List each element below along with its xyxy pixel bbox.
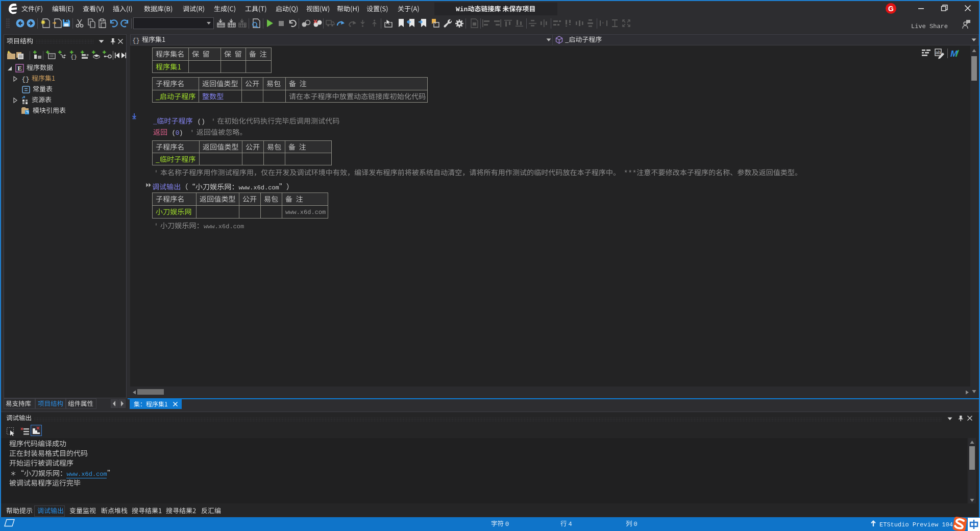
svg-text:{}: {}	[21, 76, 30, 83]
svg-text:*: *	[602, 21, 604, 26]
svg-text:b: b	[244, 24, 247, 28]
svg-text:ab: ab	[936, 50, 941, 55]
svg-text:E: E	[17, 64, 22, 72]
svg-text:{}: {}	[70, 54, 77, 60]
svg-text:{}: {}	[132, 37, 139, 44]
svg-text:G: G	[888, 5, 894, 13]
